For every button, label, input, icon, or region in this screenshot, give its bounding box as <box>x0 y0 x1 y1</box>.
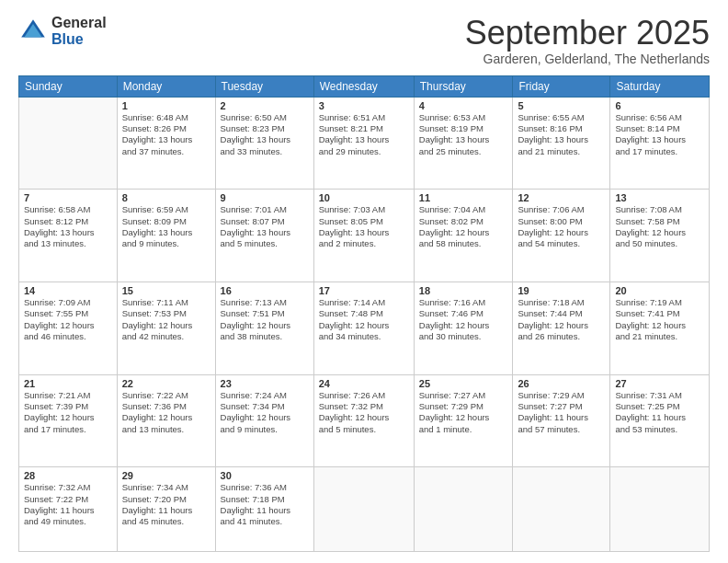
day-number: 10 <box>319 192 409 203</box>
calendar-cell: 16Sunrise: 7:13 AM Sunset: 7:51 PM Dayli… <box>215 282 313 375</box>
page: General Blue September 2025 Garderen, Ge… <box>0 0 728 563</box>
day-number: 29 <box>122 470 210 481</box>
header-row: SundayMondayTuesdayWednesdayThursdayFrid… <box>19 75 710 97</box>
day-info: Sunrise: 6:53 AM Sunset: 8:19 PM Dayligh… <box>419 112 508 157</box>
day-info: Sunrise: 6:51 AM Sunset: 8:21 PM Dayligh… <box>319 112 409 157</box>
calendar-cell: 7Sunrise: 6:58 AM Sunset: 8:12 PM Daylig… <box>19 190 118 282</box>
day-info: Sunrise: 6:59 AM Sunset: 8:09 PM Dayligh… <box>122 204 210 249</box>
logo-text: General Blue <box>51 15 107 47</box>
calendar-cell: 8Sunrise: 6:59 AM Sunset: 8:09 PM Daylig… <box>117 190 215 282</box>
day-info: Sunrise: 7:31 AM Sunset: 7:25 PM Dayligh… <box>615 390 704 435</box>
day-info: Sunrise: 6:50 AM Sunset: 8:23 PM Dayligh… <box>221 112 309 157</box>
day-header-sunday: Sunday <box>19 75 118 97</box>
month-title: September 2025 <box>465 15 710 52</box>
day-info: Sunrise: 7:08 AM Sunset: 7:58 PM Dayligh… <box>615 204 704 249</box>
calendar-cell: 18Sunrise: 7:16 AM Sunset: 7:46 PM Dayli… <box>414 282 513 375</box>
logo-icon <box>18 17 48 46</box>
calendar-cell: 17Sunrise: 7:14 AM Sunset: 7:48 PM Dayli… <box>313 282 414 375</box>
day-info: Sunrise: 7:18 AM Sunset: 7:44 PM Dayligh… <box>518 297 605 342</box>
day-info: Sunrise: 7:06 AM Sunset: 8:00 PM Dayligh… <box>518 204 605 249</box>
calendar-cell: 29Sunrise: 7:34 AM Sunset: 7:20 PM Dayli… <box>117 467 215 552</box>
calendar-cell: 15Sunrise: 7:11 AM Sunset: 7:53 PM Dayli… <box>117 282 215 375</box>
calendar-cell: 28Sunrise: 7:32 AM Sunset: 7:22 PM Dayli… <box>19 467 118 552</box>
calendar-cell: 6Sunrise: 6:56 AM Sunset: 8:14 PM Daylig… <box>610 97 710 190</box>
day-info: Sunrise: 6:56 AM Sunset: 8:14 PM Dayligh… <box>615 112 704 157</box>
day-info: Sunrise: 7:24 AM Sunset: 7:34 PM Dayligh… <box>221 390 309 435</box>
week-row-4: 21Sunrise: 7:21 AM Sunset: 7:39 PM Dayli… <box>19 374 710 467</box>
calendar-cell: 14Sunrise: 7:09 AM Sunset: 7:55 PM Dayli… <box>19 282 118 375</box>
calendar-cell: 12Sunrise: 7:06 AM Sunset: 8:00 PM Dayli… <box>513 190 610 282</box>
calendar-cell: 4Sunrise: 6:53 AM Sunset: 8:19 PM Daylig… <box>414 97 513 190</box>
week-row-5: 28Sunrise: 7:32 AM Sunset: 7:22 PM Dayli… <box>19 467 710 552</box>
day-info: Sunrise: 7:26 AM Sunset: 7:32 PM Dayligh… <box>319 390 409 435</box>
day-info: Sunrise: 7:19 AM Sunset: 7:41 PM Dayligh… <box>615 297 704 342</box>
day-number: 26 <box>518 378 605 389</box>
calendar-cell: 26Sunrise: 7:29 AM Sunset: 7:27 PM Dayli… <box>513 374 610 467</box>
calendar-cell: 3Sunrise: 6:51 AM Sunset: 8:21 PM Daylig… <box>313 97 414 190</box>
day-number: 5 <box>518 100 605 111</box>
calendar-cell <box>414 467 513 552</box>
day-number: 6 <box>615 100 704 111</box>
day-info: Sunrise: 6:58 AM Sunset: 8:12 PM Dayligh… <box>24 204 112 249</box>
calendar-cell: 2Sunrise: 6:50 AM Sunset: 8:23 PM Daylig… <box>215 97 313 190</box>
calendar-cell: 20Sunrise: 7:19 AM Sunset: 7:41 PM Dayli… <box>610 282 710 375</box>
day-number: 22 <box>122 378 210 389</box>
day-info: Sunrise: 7:29 AM Sunset: 7:27 PM Dayligh… <box>518 390 605 435</box>
calendar-cell: 9Sunrise: 7:01 AM Sunset: 8:07 PM Daylig… <box>215 190 313 282</box>
day-number: 4 <box>419 100 508 111</box>
day-number: 1 <box>122 100 210 111</box>
calendar-cell: 10Sunrise: 7:03 AM Sunset: 8:05 PM Dayli… <box>313 190 414 282</box>
calendar-cell: 1Sunrise: 6:48 AM Sunset: 8:26 PM Daylig… <box>117 97 215 190</box>
day-number: 23 <box>221 378 309 389</box>
day-number: 25 <box>419 378 508 389</box>
day-number: 19 <box>518 285 605 296</box>
location: Garderen, Gelderland, The Netherlands <box>465 52 710 66</box>
day-number: 16 <box>221 285 309 296</box>
day-header-wednesday: Wednesday <box>313 75 414 97</box>
day-number: 17 <box>319 285 409 296</box>
calendar-cell: 11Sunrise: 7:04 AM Sunset: 8:02 PM Dayli… <box>414 190 513 282</box>
day-number: 2 <box>221 100 309 111</box>
day-number: 8 <box>122 192 210 203</box>
week-row-1: 1Sunrise: 6:48 AM Sunset: 8:26 PM Daylig… <box>19 97 710 190</box>
calendar-cell <box>19 97 118 190</box>
day-number: 18 <box>419 285 508 296</box>
calendar-cell: 24Sunrise: 7:26 AM Sunset: 7:32 PM Dayli… <box>313 374 414 467</box>
logo: General Blue <box>18 15 107 47</box>
day-number: 27 <box>615 378 704 389</box>
day-header-saturday: Saturday <box>610 75 710 97</box>
day-info: Sunrise: 7:01 AM Sunset: 8:07 PM Dayligh… <box>221 204 309 249</box>
header: General Blue September 2025 Garderen, Ge… <box>18 15 710 66</box>
day-info: Sunrise: 7:04 AM Sunset: 8:02 PM Dayligh… <box>419 204 508 249</box>
day-number: 9 <box>221 192 309 203</box>
calendar-cell: 13Sunrise: 7:08 AM Sunset: 7:58 PM Dayli… <box>610 190 710 282</box>
day-header-monday: Monday <box>117 75 215 97</box>
calendar-cell: 25Sunrise: 7:27 AM Sunset: 7:29 PM Dayli… <box>414 374 513 467</box>
day-info: Sunrise: 7:09 AM Sunset: 7:55 PM Dayligh… <box>24 297 112 342</box>
day-info: Sunrise: 7:36 AM Sunset: 7:18 PM Dayligh… <box>221 482 309 527</box>
day-number: 21 <box>24 378 112 389</box>
day-info: Sunrise: 7:22 AM Sunset: 7:36 PM Dayligh… <box>122 390 210 435</box>
calendar-cell: 5Sunrise: 6:55 AM Sunset: 8:16 PM Daylig… <box>513 97 610 190</box>
week-row-2: 7Sunrise: 6:58 AM Sunset: 8:12 PM Daylig… <box>19 190 710 282</box>
calendar-cell: 30Sunrise: 7:36 AM Sunset: 7:18 PM Dayli… <box>215 467 313 552</box>
day-info: Sunrise: 7:16 AM Sunset: 7:46 PM Dayligh… <box>419 297 508 342</box>
calendar-cell <box>610 467 710 552</box>
title-block: September 2025 Garderen, Gelderland, The… <box>465 15 710 66</box>
day-header-thursday: Thursday <box>414 75 513 97</box>
day-info: Sunrise: 7:13 AM Sunset: 7:51 PM Dayligh… <box>221 297 309 342</box>
day-info: Sunrise: 7:11 AM Sunset: 7:53 PM Dayligh… <box>122 297 210 342</box>
day-number: 12 <box>518 192 605 203</box>
week-row-3: 14Sunrise: 7:09 AM Sunset: 7:55 PM Dayli… <box>19 282 710 375</box>
logo-general: General <box>51 15 107 31</box>
day-number: 3 <box>319 100 409 111</box>
day-info: Sunrise: 7:21 AM Sunset: 7:39 PM Dayligh… <box>24 390 112 435</box>
day-info: Sunrise: 7:34 AM Sunset: 7:20 PM Dayligh… <box>122 482 210 527</box>
day-header-friday: Friday <box>513 75 610 97</box>
day-number: 13 <box>615 192 704 203</box>
day-info: Sunrise: 6:55 AM Sunset: 8:16 PM Dayligh… <box>518 112 605 157</box>
day-info: Sunrise: 7:32 AM Sunset: 7:22 PM Dayligh… <box>24 482 112 527</box>
calendar-cell: 27Sunrise: 7:31 AM Sunset: 7:25 PM Dayli… <box>610 374 710 467</box>
day-number: 15 <box>122 285 210 296</box>
day-info: Sunrise: 7:27 AM Sunset: 7:29 PM Dayligh… <box>419 390 508 435</box>
